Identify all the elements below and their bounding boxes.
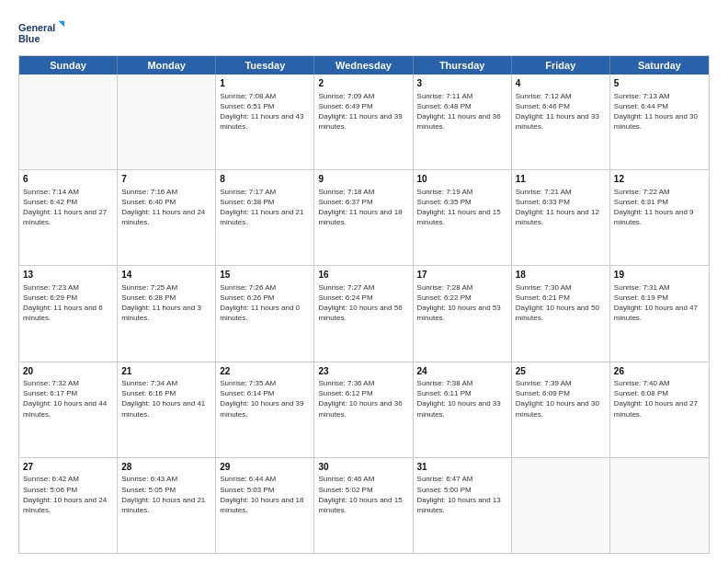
day-number: 19	[614, 269, 705, 282]
logo-svg: General Blue	[18, 17, 64, 50]
calendar-body: 1Sunrise: 7:08 AM Sunset: 6:51 PM Daylig…	[19, 75, 709, 553]
cal-cell-30: 30Sunrise: 6:46 AM Sunset: 5:02 PM Dayli…	[314, 458, 413, 553]
week-row-2: 13Sunrise: 7:23 AM Sunset: 6:29 PM Dayli…	[19, 265, 709, 361]
cal-cell-15: 15Sunrise: 7:26 AM Sunset: 6:26 PM Dayli…	[216, 266, 314, 361]
day-number: 5	[614, 77, 705, 90]
week-row-4: 27Sunrise: 6:42 AM Sunset: 5:06 PM Dayli…	[19, 457, 709, 553]
header-day-monday: Monday	[118, 56, 216, 75]
day-info: Sunrise: 6:43 AM Sunset: 5:05 PM Dayligh…	[121, 474, 211, 515]
day-info: Sunrise: 7:39 AM Sunset: 6:09 PM Dayligh…	[516, 378, 606, 419]
day-info: Sunrise: 7:09 AM Sunset: 6:49 PM Dayligh…	[318, 91, 408, 132]
week-row-1: 6Sunrise: 7:14 AM Sunset: 6:42 PM Daylig…	[19, 169, 709, 265]
page: General Blue SundayMondayTuesdayWednesda…	[0, 0, 728, 563]
cal-cell-13: 13Sunrise: 7:23 AM Sunset: 6:29 PM Dayli…	[19, 266, 118, 361]
cal-cell-22: 22Sunrise: 7:35 AM Sunset: 6:14 PM Dayli…	[216, 362, 314, 457]
day-info: Sunrise: 7:36 AM Sunset: 6:12 PM Dayligh…	[318, 378, 408, 419]
cal-cell-25: 25Sunrise: 7:39 AM Sunset: 6:09 PM Dayli…	[512, 362, 610, 457]
day-number: 4	[516, 77, 606, 90]
cal-cell-5: 5Sunrise: 7:13 AM Sunset: 6:44 PM Daylig…	[610, 75, 709, 169]
cal-cell-10: 10Sunrise: 7:19 AM Sunset: 6:35 PM Dayli…	[414, 170, 512, 265]
calendar: SundayMondayTuesdayWednesdayThursdayFrid…	[18, 55, 710, 554]
day-info: Sunrise: 7:17 AM Sunset: 6:38 PM Dayligh…	[220, 187, 310, 228]
cal-cell-14: 14Sunrise: 7:25 AM Sunset: 6:28 PM Dayli…	[118, 266, 216, 361]
day-info: Sunrise: 7:31 AM Sunset: 6:19 PM Dayligh…	[614, 282, 705, 324]
header: General Blue	[18, 17, 710, 50]
day-info: Sunrise: 7:30 AM Sunset: 6:21 PM Dayligh…	[516, 282, 606, 324]
week-row-3: 20Sunrise: 7:32 AM Sunset: 6:17 PM Dayli…	[19, 362, 709, 457]
cal-cell-29: 29Sunrise: 6:44 AM Sunset: 5:03 PM Dayli…	[216, 458, 314, 553]
day-info: Sunrise: 7:19 AM Sunset: 6:35 PM Dayligh…	[417, 187, 507, 228]
day-number: 25	[516, 365, 606, 378]
day-info: Sunrise: 7:08 AM Sunset: 6:51 PM Dayligh…	[220, 91, 310, 132]
day-info: Sunrise: 7:34 AM Sunset: 6:16 PM Dayligh…	[121, 378, 211, 419]
day-number: 21	[121, 365, 211, 378]
day-number: 26	[614, 365, 705, 378]
day-number: 27	[23, 461, 113, 474]
svg-marker-2	[58, 21, 64, 29]
cal-cell-11: 11Sunrise: 7:21 AM Sunset: 6:33 PM Dayli…	[512, 170, 610, 265]
cal-cell-4: 4Sunrise: 7:12 AM Sunset: 6:46 PM Daylig…	[512, 75, 610, 169]
day-info: Sunrise: 7:32 AM Sunset: 6:17 PM Dayligh…	[23, 378, 113, 419]
day-number: 22	[220, 365, 310, 378]
cal-cell-18: 18Sunrise: 7:30 AM Sunset: 6:21 PM Dayli…	[512, 266, 610, 361]
day-number: 24	[417, 365, 507, 378]
day-number: 8	[220, 173, 310, 186]
header-day-sunday: Sunday	[19, 56, 118, 75]
day-info: Sunrise: 7:12 AM Sunset: 6:46 PM Dayligh…	[516, 91, 606, 132]
day-info: Sunrise: 7:27 AM Sunset: 6:24 PM Dayligh…	[318, 282, 408, 324]
day-info: Sunrise: 7:21 AM Sunset: 6:33 PM Dayligh…	[516, 187, 606, 228]
day-number: 3	[417, 77, 507, 90]
cal-cell-23: 23Sunrise: 7:36 AM Sunset: 6:12 PM Dayli…	[314, 362, 413, 457]
header-day-wednesday: Wednesday	[314, 56, 413, 75]
header-day-tuesday: Tuesday	[216, 56, 314, 75]
day-number: 9	[318, 173, 408, 186]
day-info: Sunrise: 7:26 AM Sunset: 6:26 PM Dayligh…	[220, 282, 310, 324]
header-day-saturday: Saturday	[610, 56, 709, 75]
svg-text:Blue: Blue	[18, 33, 40, 44]
day-info: Sunrise: 7:23 AM Sunset: 6:29 PM Dayligh…	[23, 282, 113, 324]
logo: General Blue	[18, 17, 64, 50]
cal-cell-28: 28Sunrise: 6:43 AM Sunset: 5:05 PM Dayli…	[118, 458, 216, 553]
cal-cell-8: 8Sunrise: 7:17 AM Sunset: 6:38 PM Daylig…	[216, 170, 314, 265]
cal-cell-empty-4-5	[512, 458, 610, 553]
day-number: 16	[318, 269, 408, 282]
day-info: Sunrise: 7:28 AM Sunset: 6:22 PM Dayligh…	[417, 282, 507, 324]
day-number: 11	[516, 173, 606, 186]
day-number: 10	[417, 173, 507, 186]
svg-text:General: General	[18, 22, 55, 33]
header-day-thursday: Thursday	[414, 56, 512, 75]
day-info: Sunrise: 7:22 AM Sunset: 6:31 PM Dayligh…	[614, 187, 705, 228]
cal-cell-24: 24Sunrise: 7:38 AM Sunset: 6:11 PM Dayli…	[414, 362, 512, 457]
cal-cell-19: 19Sunrise: 7:31 AM Sunset: 6:19 PM Dayli…	[610, 266, 709, 361]
day-info: Sunrise: 7:13 AM Sunset: 6:44 PM Dayligh…	[614, 91, 705, 132]
day-info: Sunrise: 6:47 AM Sunset: 5:00 PM Dayligh…	[417, 474, 507, 515]
cal-cell-empty-0-1	[118, 75, 216, 169]
day-number: 12	[614, 173, 705, 186]
day-number: 18	[516, 269, 606, 282]
day-info: Sunrise: 7:11 AM Sunset: 6:48 PM Dayligh…	[417, 91, 507, 132]
day-number: 20	[23, 365, 113, 378]
day-number: 7	[121, 173, 211, 186]
cal-cell-16: 16Sunrise: 7:27 AM Sunset: 6:24 PM Dayli…	[314, 266, 413, 361]
day-info: Sunrise: 7:25 AM Sunset: 6:28 PM Dayligh…	[121, 282, 211, 324]
day-info: Sunrise: 7:18 AM Sunset: 6:37 PM Dayligh…	[318, 187, 408, 228]
day-number: 31	[417, 461, 507, 474]
cal-cell-empty-0-0	[19, 75, 118, 169]
day-number: 30	[318, 461, 408, 474]
day-number: 14	[121, 269, 211, 282]
day-number: 28	[121, 461, 211, 474]
header-day-friday: Friday	[512, 56, 610, 75]
day-info: Sunrise: 7:38 AM Sunset: 6:11 PM Dayligh…	[417, 378, 507, 419]
cal-cell-2: 2Sunrise: 7:09 AM Sunset: 6:49 PM Daylig…	[314, 75, 413, 169]
cal-cell-26: 26Sunrise: 7:40 AM Sunset: 6:08 PM Dayli…	[610, 362, 709, 457]
cal-cell-20: 20Sunrise: 7:32 AM Sunset: 6:17 PM Dayli…	[19, 362, 118, 457]
cal-cell-12: 12Sunrise: 7:22 AM Sunset: 6:31 PM Dayli…	[610, 170, 709, 265]
day-number: 23	[318, 365, 408, 378]
day-info: Sunrise: 7:14 AM Sunset: 6:42 PM Dayligh…	[23, 187, 113, 228]
day-info: Sunrise: 7:35 AM Sunset: 6:14 PM Dayligh…	[220, 378, 310, 419]
cal-cell-empty-4-6	[610, 458, 709, 553]
day-info: Sunrise: 6:46 AM Sunset: 5:02 PM Dayligh…	[318, 474, 408, 515]
calendar-header: SundayMondayTuesdayWednesdayThursdayFrid…	[19, 56, 709, 75]
cal-cell-27: 27Sunrise: 6:42 AM Sunset: 5:06 PM Dayli…	[19, 458, 118, 553]
day-number: 13	[23, 269, 113, 282]
